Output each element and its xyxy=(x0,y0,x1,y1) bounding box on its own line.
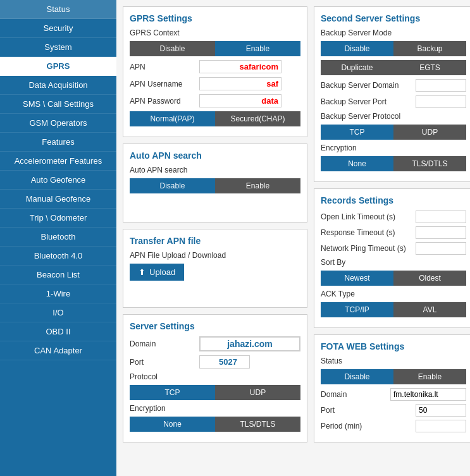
fota-panel: FOTA WEB Settings Status Disable Enable … xyxy=(314,334,470,442)
sidebar-item-accelerometer[interactable]: Accelerometer Features xyxy=(0,152,116,171)
port-input[interactable] xyxy=(199,355,250,369)
newest-btn[interactable]: Newest xyxy=(321,271,393,286)
sidebar: Status Security System GPRS Data Acquisi… xyxy=(0,0,116,476)
apn-label: APN xyxy=(130,63,199,71)
gprs-panel: GPRS Settings GPRS Context Disable Enabl… xyxy=(123,6,307,137)
second-duplicate-btn[interactable]: Duplicate xyxy=(321,60,393,75)
transfer-apn-label: APN File Upload / Download xyxy=(130,251,226,260)
backup-mode-toggle-row1: Disable Backup xyxy=(321,41,466,56)
server-tlsdtls-btn[interactable]: TLS/DTLS xyxy=(215,417,300,432)
tcpip-btn[interactable]: TCP/IP xyxy=(321,302,393,317)
records-title: Records Settings xyxy=(321,195,466,205)
backup-protocol-label: Backup Server Protocol xyxy=(321,112,400,121)
second-tlsdtls-btn[interactable]: TLS/DTLS xyxy=(393,156,466,171)
sidebar-item-io[interactable]: I/O xyxy=(0,303,116,322)
response-timeout-label: Response Timeout (s) xyxy=(321,228,416,237)
second-server-title: Second Server Settings xyxy=(321,13,466,23)
sidebar-item-status[interactable]: Status xyxy=(0,0,116,19)
normal-pap-btn[interactable]: Normal(PAP) xyxy=(130,111,215,126)
second-none-btn[interactable]: None xyxy=(321,156,393,171)
open-link-timeout-input[interactable] xyxy=(416,211,466,223)
gprs-disable-btn[interactable]: Disable xyxy=(130,41,215,56)
sidebar-item-manual-geofence[interactable]: Manual Geofence xyxy=(0,190,116,209)
auto-apn-title: Auto APN search xyxy=(130,150,300,161)
upload-icon: ⬆ xyxy=(139,267,145,277)
second-backup-btn[interactable]: Backup xyxy=(393,41,466,56)
records-panel: Records Settings Open Link Timeout (s) R… xyxy=(314,188,470,328)
domain-input[interactable] xyxy=(199,336,300,351)
sort-by-toggle: Newest Oldest xyxy=(321,271,466,286)
ack-type-label: ACK Type xyxy=(321,290,355,298)
second-server-panel: Second Server Settings Backup Server Mod… xyxy=(314,6,470,182)
apn-password-input[interactable] xyxy=(199,94,281,107)
main-content: GPRS Settings GPRS Context Disable Enabl… xyxy=(116,0,470,476)
upload-btn-label: Upload xyxy=(149,267,175,277)
apn-password-label: APN Password xyxy=(130,97,199,106)
sidebar-item-gsm-operators[interactable]: GSM Operators xyxy=(0,114,116,133)
sidebar-item-bluetooth[interactable]: Bluetooth xyxy=(0,228,116,247)
domain-label: Domain xyxy=(130,339,199,348)
sidebar-item-1wire[interactable]: 1-Wire xyxy=(0,284,116,303)
sidebar-item-trip-odometer[interactable]: Trip \ Odometer xyxy=(0,209,116,228)
sidebar-item-gprs[interactable]: GPRS xyxy=(0,57,116,76)
gprs-title: GPRS Settings xyxy=(130,13,300,23)
sidebar-item-security[interactable]: Security xyxy=(0,19,116,38)
sidebar-item-bluetooth-4[interactable]: Bluetooth 4.0 xyxy=(0,247,116,265)
backup-port-input[interactable] xyxy=(416,95,466,108)
second-egts-btn[interactable]: EGTS xyxy=(393,60,466,75)
server-none-btn[interactable]: None xyxy=(130,417,215,432)
fota-domain-label: Domain xyxy=(321,390,390,399)
auto-apn-disable-btn[interactable]: Disable xyxy=(130,178,215,193)
sort-by-label: Sort By xyxy=(321,258,345,267)
second-tcp-btn[interactable]: TCP xyxy=(321,125,393,140)
auth-type-toggle: Normal(PAP) Secured(CHAP) xyxy=(130,111,300,126)
fota-domain-input[interactable] xyxy=(390,388,466,401)
sidebar-item-data-acquisition[interactable]: Data Acquisition xyxy=(0,76,116,95)
sidebar-item-system[interactable]: System xyxy=(0,38,116,57)
fota-enable-btn[interactable]: Enable xyxy=(393,369,466,384)
server-panel: Server Settings Domain Port Protocol TCP… xyxy=(123,314,307,442)
network-ping-timeout-input[interactable] xyxy=(416,242,466,255)
open-link-timeout-label: Open Link Timeout (s) xyxy=(321,212,416,221)
network-ping-timeout-label: Network Ping Timeout (s) xyxy=(321,244,416,253)
gprs-enable-btn[interactable]: Enable xyxy=(215,41,300,56)
auto-apn-panel: Auto APN search Auto APN search Disable … xyxy=(123,143,307,223)
sidebar-item-sms-call[interactable]: SMS \ Call Settings xyxy=(0,95,116,114)
gprs-context-toggle: Disable Enable xyxy=(130,41,300,56)
fota-port-input[interactable] xyxy=(416,404,466,417)
backup-domain-input[interactable] xyxy=(416,79,466,92)
sidebar-item-features[interactable]: Features xyxy=(0,133,116,152)
secured-chap-btn[interactable]: Secured(CHAP) xyxy=(215,111,300,126)
sidebar-item-auto-geofence[interactable]: Auto Geofence xyxy=(0,171,116,190)
apn-input[interactable] xyxy=(199,60,281,73)
second-udp-btn[interactable]: UDP xyxy=(393,125,466,140)
gprs-context-label: GPRS Context xyxy=(130,28,199,37)
apn-username-label: APN Username xyxy=(130,80,199,88)
transfer-apn-title: Transfer APN file xyxy=(130,236,300,246)
backup-port-label: Backup Server Port xyxy=(321,97,416,106)
second-server-encryption-toggle: None TLS/DTLS xyxy=(321,156,466,171)
fota-status-toggle: Disable Enable xyxy=(321,369,466,384)
encryption-label: Encryption xyxy=(130,404,199,413)
server-protocol-toggle: TCP UDP xyxy=(130,385,300,400)
upload-btn[interactable]: ⬆ Upload xyxy=(130,264,184,281)
sidebar-item-beacon-list[interactable]: Beacon List xyxy=(0,265,116,284)
server-udp-btn[interactable]: UDP xyxy=(215,385,300,400)
fota-period-label: Period (min) xyxy=(321,422,416,430)
server-title: Server Settings xyxy=(130,321,300,331)
fota-period-input[interactable] xyxy=(416,420,466,432)
apn-username-input[interactable] xyxy=(199,77,281,90)
sidebar-item-obd2[interactable]: OBD II xyxy=(0,322,116,341)
auto-apn-enable-btn[interactable]: Enable xyxy=(215,178,300,193)
protocol-label: Protocol xyxy=(130,372,199,381)
server-tcp-btn[interactable]: TCP xyxy=(130,385,215,400)
oldest-btn[interactable]: Oldest xyxy=(393,271,466,286)
response-timeout-input[interactable] xyxy=(416,226,466,239)
fota-status-label: Status xyxy=(321,357,342,365)
avl-btn[interactable]: AVL xyxy=(393,302,466,317)
second-disable-btn[interactable]: Disable xyxy=(321,41,393,56)
server-encryption-toggle: None TLS/DTLS xyxy=(130,417,300,432)
fota-title: FOTA WEB Settings xyxy=(321,341,466,351)
sidebar-item-can-adapter[interactable]: CAN Adapter xyxy=(0,341,116,360)
fota-disable-btn[interactable]: Disable xyxy=(321,369,393,384)
